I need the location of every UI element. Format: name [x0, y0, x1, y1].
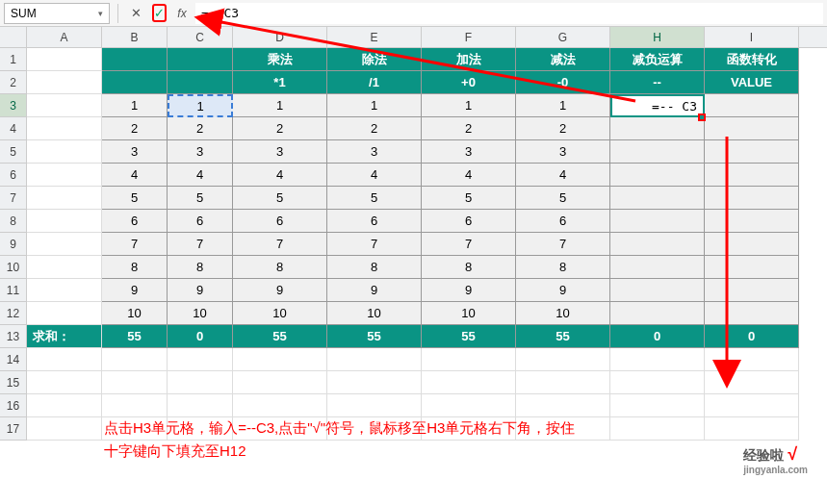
cell-D9[interactable]: 7 [233, 233, 327, 256]
cell-B5[interactable]: 3 [102, 140, 168, 164]
cell-H15[interactable] [610, 371, 705, 394]
cell-F7[interactable]: 5 [422, 187, 516, 210]
cell-A10[interactable] [27, 256, 102, 279]
cell-A1[interactable] [27, 48, 102, 71]
cell-G5[interactable]: 3 [516, 140, 610, 164]
cell-A5[interactable] [27, 140, 102, 164]
cell-B4[interactable]: 2 [102, 117, 168, 140]
fx-button[interactable]: fx [172, 4, 192, 23]
cell-G2[interactable]: -0 [516, 71, 610, 94]
cell-I11[interactable] [705, 279, 799, 302]
cell-D3[interactable]: 1 [233, 94, 327, 117]
cell-A12[interactable] [27, 302, 102, 325]
fill-handle[interactable] [698, 113, 706, 121]
cell-F8[interactable]: 6 [422, 210, 516, 233]
cell-C16[interactable] [168, 394, 233, 417]
col-header-E[interactable]: E [327, 27, 422, 47]
cell-I2[interactable]: VALUE [705, 71, 799, 94]
cell-E12[interactable]: 10 [327, 302, 422, 325]
cell-F9[interactable]: 7 [422, 233, 516, 256]
col-header-D[interactable]: D [233, 27, 327, 47]
cell-F2[interactable]: +0 [422, 71, 516, 94]
col-header-G[interactable]: G [516, 27, 610, 47]
cell-I10[interactable] [705, 256, 799, 279]
cell-C7[interactable]: 5 [168, 187, 233, 210]
cell-H5[interactable] [610, 140, 705, 164]
cell-C1[interactable] [168, 48, 233, 71]
row-header-8[interactable]: 8 [0, 210, 27, 233]
cell-B10[interactable]: 8 [102, 256, 168, 279]
cell-C4[interactable]: 2 [168, 117, 233, 140]
cell-I13[interactable]: 0 [705, 325, 799, 348]
cell-G11[interactable]: 9 [516, 279, 610, 302]
row-header-5[interactable]: 5 [0, 140, 27, 164]
cell-E3[interactable]: 1 [327, 94, 422, 117]
cell-E9[interactable]: 7 [327, 233, 422, 256]
cell-E8[interactable]: 6 [327, 210, 422, 233]
cell-E4[interactable]: 2 [327, 117, 422, 140]
cell-D16[interactable] [233, 394, 327, 417]
cell-A9[interactable] [27, 233, 102, 256]
cell-B13[interactable]: 55 [102, 325, 168, 348]
cell-B12[interactable]: 10 [102, 302, 168, 325]
cell-B16[interactable] [102, 394, 168, 417]
cell-A11[interactable] [27, 279, 102, 302]
cell-E16[interactable] [327, 394, 422, 417]
cell-C14[interactable] [168, 348, 233, 371]
cell-I17[interactable] [705, 417, 799, 441]
cell-G16[interactable] [516, 394, 610, 417]
cell-I6[interactable] [705, 164, 799, 187]
cell-H17[interactable] [610, 417, 705, 441]
cell-E6[interactable]: 4 [327, 164, 422, 187]
row-header-6[interactable]: 6 [0, 164, 27, 187]
cell-C8[interactable]: 6 [168, 210, 233, 233]
cell-D15[interactable] [233, 371, 327, 394]
cell-C3[interactable]: 1 [168, 94, 233, 117]
row-header-2[interactable]: 2 [0, 71, 27, 94]
cell-H9[interactable] [610, 233, 705, 256]
cell-A7[interactable] [27, 187, 102, 210]
cell-D6[interactable]: 4 [233, 164, 327, 187]
col-header-I[interactable]: I [705, 27, 799, 47]
cell-F11[interactable]: 9 [422, 279, 516, 302]
cell-I1[interactable]: 函数转化 [705, 48, 799, 71]
cell-F3[interactable]: 1 [422, 94, 516, 117]
row-header-12[interactable]: 12 [0, 302, 27, 325]
cell-A16[interactable] [27, 394, 102, 417]
row-header-3[interactable]: 3 [0, 94, 27, 117]
cell-B15[interactable] [102, 371, 168, 394]
col-header-A[interactable]: A [27, 27, 102, 47]
row-header-7[interactable]: 7 [0, 187, 27, 210]
col-header-F[interactable]: F [422, 27, 516, 47]
cell-E13[interactable]: 55 [327, 325, 422, 348]
cell-I3[interactable] [705, 94, 799, 117]
cell-H7[interactable] [610, 187, 705, 210]
cell-D13[interactable]: 55 [233, 325, 327, 348]
cell-D8[interactable]: 6 [233, 210, 327, 233]
row-header-11[interactable]: 11 [0, 279, 27, 302]
cell-C5[interactable]: 3 [168, 140, 233, 164]
cell-H8[interactable] [610, 210, 705, 233]
cell-H4[interactable] [610, 117, 705, 140]
cell-A3[interactable] [27, 94, 102, 117]
cell-C6[interactable]: 4 [168, 164, 233, 187]
cell-A14[interactable] [27, 348, 102, 371]
cell-E2[interactable]: /1 [327, 71, 422, 94]
row-header-10[interactable]: 10 [0, 256, 27, 279]
cell-G14[interactable] [516, 348, 610, 371]
cell-H16[interactable] [610, 394, 705, 417]
cell-G3[interactable]: 1 [516, 94, 610, 117]
cell-I7[interactable] [705, 187, 799, 210]
cell-A4[interactable] [27, 117, 102, 140]
formula-input[interactable] [195, 3, 823, 24]
cell-C10[interactable]: 8 [168, 256, 233, 279]
cell-D10[interactable]: 8 [233, 256, 327, 279]
col-header-B[interactable]: B [102, 27, 168, 47]
row-header-9[interactable]: 9 [0, 233, 27, 256]
cell-E11[interactable]: 9 [327, 279, 422, 302]
cell-B11[interactable]: 9 [102, 279, 168, 302]
cancel-button[interactable]: ✕ [126, 4, 145, 23]
cell-B7[interactable]: 5 [102, 187, 168, 210]
cell-H1[interactable]: 减负运算 [610, 48, 705, 71]
cell-G9[interactable]: 7 [516, 233, 610, 256]
